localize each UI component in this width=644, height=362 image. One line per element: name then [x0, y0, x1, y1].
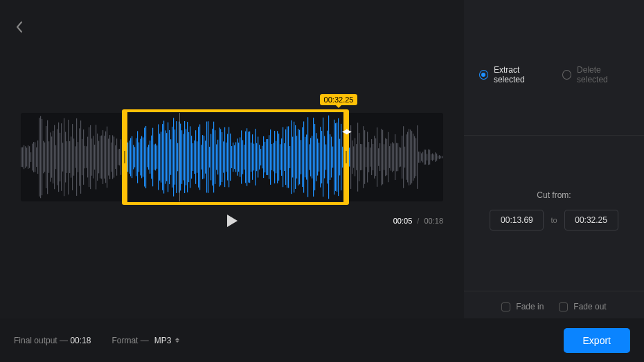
- svg-rect-248: [364, 130, 365, 184]
- svg-rect-300: [436, 154, 437, 161]
- selection-handle-left[interactable]: [124, 151, 125, 163]
- format-value: MP3: [154, 336, 172, 345]
- svg-rect-280: [409, 129, 409, 185]
- svg-rect-253: [371, 139, 372, 175]
- svg-rect-0: [21, 147, 21, 167]
- svg-rect-54: [96, 125, 96, 189]
- svg-rect-271: [396, 143, 397, 172]
- svg-rect-288: [420, 152, 420, 163]
- cut-inputs: 00:13.69 to 00:32.25: [464, 210, 644, 230]
- svg-rect-272: [397, 143, 398, 171]
- svg-rect-242: [356, 144, 357, 170]
- time-separator: /: [417, 217, 419, 225]
- svg-rect-250: [367, 132, 368, 182]
- back-button[interactable]: [15, 21, 26, 32]
- svg-rect-25: [55, 145, 56, 169]
- svg-rect-286: [417, 125, 418, 189]
- svg-rect-278: [406, 134, 406, 180]
- svg-rect-13: [39, 118, 39, 197]
- svg-rect-20: [48, 141, 49, 173]
- cut-end-input[interactable]: 00:32.25: [564, 210, 618, 230]
- svg-rect-267: [391, 143, 391, 170]
- svg-rect-60: [104, 136, 105, 179]
- svg-rect-23: [53, 131, 53, 183]
- svg-rect-32: [65, 132, 66, 182]
- svg-rect-257: [377, 127, 377, 187]
- waveform-track[interactable]: 00:32.25 ◀▶: [21, 113, 443, 201]
- svg-rect-292: [425, 150, 426, 164]
- svg-rect-247: [363, 126, 364, 188]
- svg-rect-275: [402, 136, 402, 179]
- svg-rect-31: [64, 118, 64, 196]
- format-dropdown[interactable]: MP3: [154, 336, 180, 345]
- export-button[interactable]: Export: [564, 328, 630, 353]
- svg-rect-38: [73, 138, 74, 176]
- final-output-value: 00:18: [70, 336, 91, 345]
- svg-rect-264: [386, 139, 387, 175]
- final-output-readout: Final output — 00:18: [14, 336, 91, 345]
- svg-rect-48: [87, 137, 88, 178]
- svg-rect-46: [84, 146, 85, 168]
- play-icon: [226, 214, 238, 228]
- svg-rect-277: [404, 147, 405, 168]
- svg-rect-291: [424, 150, 424, 165]
- svg-rect-285: [415, 138, 416, 177]
- svg-rect-59: [102, 130, 103, 184]
- svg-rect-290: [422, 152, 423, 162]
- chevron-left-icon: [15, 21, 24, 33]
- fade-row: Fade in Fade out: [464, 302, 644, 311]
- svg-rect-30: [62, 143, 63, 171]
- radio-extract-selected[interactable]: Extract selected: [479, 65, 547, 84]
- svg-rect-64: [109, 135, 110, 179]
- svg-rect-33: [66, 141, 67, 173]
- resize-cursor-icon: ◀▶: [342, 127, 350, 135]
- svg-rect-301: [438, 156, 438, 159]
- svg-rect-276: [403, 126, 404, 188]
- svg-rect-274: [400, 147, 401, 166]
- svg-rect-258: [378, 148, 379, 166]
- svg-rect-42: [79, 128, 80, 185]
- fade-in-checkbox[interactable]: Fade in: [501, 302, 544, 311]
- svg-rect-52: [93, 136, 93, 178]
- radio-label: Extract selected: [494, 65, 547, 84]
- svg-rect-2: [24, 145, 24, 169]
- svg-rect-244: [359, 133, 359, 181]
- radio-delete-selected[interactable]: Delete selected: [562, 65, 629, 84]
- svg-rect-27: [58, 123, 59, 192]
- svg-rect-65: [111, 143, 111, 172]
- svg-rect-296: [431, 154, 431, 161]
- fade-out-checkbox[interactable]: Fade out: [559, 302, 606, 311]
- play-button[interactable]: [226, 214, 238, 228]
- playback-row: 00:05 / 00:18: [21, 211, 443, 232]
- svg-rect-15: [42, 119, 42, 195]
- svg-rect-260: [381, 129, 382, 185]
- total-time: 00:18: [424, 217, 443, 225]
- svg-rect-66: [112, 135, 113, 179]
- radio-label: Delete selected: [577, 65, 629, 84]
- svg-rect-53: [94, 145, 95, 170]
- mode-radio-group: Extract selected Delete selected: [464, 65, 644, 84]
- svg-rect-49: [89, 127, 89, 187]
- svg-rect-26: [57, 129, 57, 185]
- svg-rect-51: [91, 138, 92, 176]
- selection-region[interactable]: 00:32.25 ◀▶: [122, 109, 350, 205]
- selection-handle-right[interactable]: [346, 151, 347, 163]
- svg-rect-22: [51, 136, 52, 177]
- current-time: 00:05: [393, 217, 413, 225]
- svg-rect-261: [382, 130, 383, 185]
- svg-rect-268: [392, 142, 393, 172]
- svg-rect-279: [407, 132, 408, 183]
- svg-rect-237: [349, 147, 350, 166]
- cut-start-input[interactable]: 00:13.69: [490, 210, 544, 230]
- svg-rect-252: [370, 147, 370, 166]
- svg-rect-34: [68, 120, 69, 194]
- svg-rect-298: [433, 154, 434, 160]
- checkbox-label: Fade out: [573, 302, 606, 311]
- svg-rect-21: [50, 132, 51, 181]
- format-label: Format —: [111, 336, 148, 345]
- svg-rect-4: [26, 147, 27, 166]
- to-label: to: [551, 216, 557, 224]
- svg-rect-67: [114, 136, 114, 177]
- svg-rect-29: [61, 123, 62, 191]
- radio-indicator-icon: [562, 70, 571, 80]
